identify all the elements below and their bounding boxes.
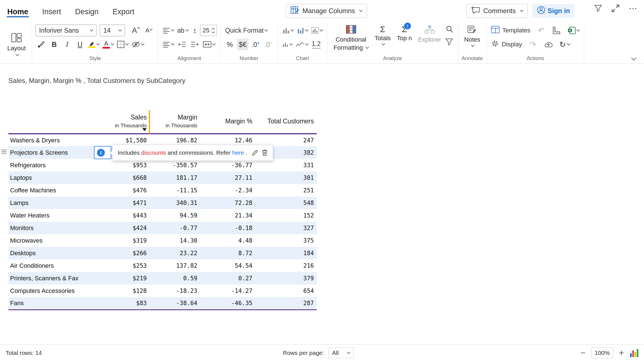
undo-button[interactable]: ↶ [535, 25, 547, 36]
ruler-icon-button[interactable] [551, 25, 563, 36]
row-label-cell[interactable]: Coffee Machines [8, 184, 94, 197]
filter-icon[interactable] [446, 39, 453, 46]
chart-type-combo-button[interactable] [310, 25, 324, 36]
tab-export[interactable]: Export [112, 2, 135, 20]
margin-cell[interactable]: -11.15 [150, 184, 200, 197]
vertical-align-button[interactable] [162, 25, 175, 36]
total-customers-cell[interactable]: 216 [255, 259, 317, 272]
row-label-cell[interactable]: Lamps [8, 197, 94, 209]
row-label-cell[interactable]: Washers & Dryers [8, 134, 94, 146]
comments-button[interactable]: Comments [466, 4, 528, 18]
chart-type-column-button[interactable] [296, 25, 309, 36]
top-n-button[interactable]: Σ 1 Top n [394, 24, 415, 42]
filter-icon[interactable] [594, 5, 602, 12]
table-row[interactable]: Air Conditioners $253 137.82 54.54 216 [8, 259, 317, 272]
currency-format-button[interactable]: $€ [237, 39, 248, 50]
highlight-color-button[interactable] [87, 39, 100, 50]
table-row[interactable]: Printers, Scanners & Fax $219 0.59 0.27 … [8, 272, 317, 285]
column-header-margin-pct[interactable]: Margin % [200, 110, 255, 134]
mini-chart-button[interactable] [281, 39, 293, 50]
font-color-button[interactable]: A [101, 39, 115, 50]
edit-note-icon[interactable] [252, 149, 258, 156]
sales-cell[interactable]: $266 [94, 247, 150, 259]
search-icon[interactable] [446, 25, 453, 34]
margin-pct-cell[interactable]: 27.11 [200, 171, 255, 184]
stepper-down-icon[interactable] [212, 30, 215, 33]
margin-cell[interactable]: 137.82 [150, 259, 200, 272]
italic-button[interactable]: I [61, 39, 73, 50]
tooltip-link[interactable]: here [232, 149, 244, 156]
total-customers-cell[interactable]: 251 [255, 184, 317, 197]
column-header-total-customers[interactable]: Total Customers [255, 110, 317, 134]
row-label-cell[interactable]: Water Heaters [8, 209, 94, 222]
borders-button[interactable] [116, 39, 129, 50]
decrease-font-size-button[interactable]: A [143, 25, 155, 36]
format-painter-button[interactable] [35, 39, 47, 50]
note-indicator-cell[interactable]: i [94, 146, 111, 159]
increase-indent-button[interactable] [189, 39, 201, 50]
sales-cell[interactable]: $471 [94, 197, 150, 209]
total-customers-cell[interactable]: 654 [255, 285, 317, 297]
delete-note-icon[interactable] [262, 149, 268, 156]
quick-format-button[interactable]: Quick Format [224, 25, 269, 36]
decrease-indent-button[interactable] [176, 39, 188, 50]
table-row[interactable]: Lamps $471 340.31 72.28 548 [8, 197, 317, 209]
chart-number-format-button[interactable]: 1.2 [310, 39, 322, 50]
column-header-margin[interactable]: Margin in Thousands [150, 110, 200, 134]
margin-pct-cell[interactable]: 72.28 [200, 197, 255, 209]
row-label-cell[interactable]: Printers, Scanners & Fax [8, 272, 94, 285]
excel-export-button[interactable] [567, 25, 581, 36]
row-label-cell[interactable]: Microwaves [8, 234, 94, 247]
increase-decimal-button[interactable]: .0+ [250, 39, 261, 50]
bold-button[interactable]: B [48, 39, 60, 50]
total-customers-cell[interactable]: 379 [255, 272, 317, 285]
percent-format-button[interactable]: % [224, 39, 236, 50]
totals-button[interactable]: Σ Totals [372, 24, 393, 45]
sales-cell[interactable]: $668 [94, 171, 150, 184]
row-height-stepper[interactable]: 25 [200, 25, 217, 36]
wrap-text-button[interactable]: ab [176, 25, 190, 36]
row-label-cell[interactable]: Laptops [8, 171, 94, 184]
sales-cell[interactable]: $128 [94, 285, 150, 297]
margin-pct-cell[interactable]: 21.34 [200, 209, 255, 222]
table-row[interactable]: Desktops $266 23.22 8.72 184 [8, 247, 317, 259]
display-button[interactable]: Display [490, 39, 523, 50]
margin-cell[interactable]: 14.30 [150, 234, 200, 247]
more-options-icon[interactable]: ⋯ [629, 6, 637, 11]
hide-visibility-button[interactable] [131, 39, 145, 50]
horizontal-align-button[interactable] [162, 39, 175, 50]
font-size-select[interactable]: 14 [100, 25, 125, 36]
table-row[interactable]: Monitors $424 -0.77 -0.18 327 [8, 222, 317, 234]
tab-insert[interactable]: Insert [42, 2, 62, 20]
zoom-out-button[interactable]: − [581, 349, 586, 357]
margin-pct-cell[interactable]: 0.27 [200, 272, 255, 285]
total-customers-cell[interactable]: 301 [255, 171, 317, 184]
merge-cells-button[interactable] [202, 39, 216, 50]
row-label-cell[interactable]: Desktops [8, 247, 94, 259]
sales-cell[interactable]: $319 [94, 234, 150, 247]
underline-button[interactable]: U [74, 39, 86, 50]
sales-cell[interactable]: $443 [94, 209, 150, 222]
row-height-icon-button[interactable]: ↕ [191, 25, 199, 36]
manage-columns-button[interactable]: Manage Columns [286, 4, 367, 18]
row-label-cell[interactable]: Fans [8, 297, 94, 310]
tab-home[interactable]: Home [7, 2, 29, 20]
sales-cell[interactable]: $83 [94, 297, 150, 310]
redo-button[interactable]: ↷ [527, 39, 539, 50]
column-header-sales[interactable]: Sales in Thousands [94, 110, 150, 134]
row-label-cell[interactable]: Monitors [8, 222, 94, 234]
row-label-cell[interactable]: Refrigerators [8, 159, 94, 171]
margin-cell[interactable]: 181.17 [150, 171, 200, 184]
margin-pct-cell[interactable]: -46.35 [200, 297, 255, 310]
margin-cell[interactable]: -0.77 [150, 222, 200, 234]
collapse-ribbon-icon[interactable] [631, 56, 636, 61]
total-customers-cell[interactable]: 152 [255, 209, 317, 222]
margin-pct-cell[interactable]: -0.18 [200, 222, 255, 234]
sales-cell[interactable]: $219 [94, 272, 150, 285]
zoom-in-button[interactable]: + [619, 349, 624, 357]
font-family-select[interactable]: Inforiver Sans [35, 25, 96, 36]
total-customers-cell[interactable]: 287 [255, 297, 317, 310]
layout-button[interactable]: Layout [4, 32, 29, 56]
sales-cell[interactable]: $424 [94, 222, 150, 234]
margin-cell[interactable]: 0.59 [150, 272, 200, 285]
